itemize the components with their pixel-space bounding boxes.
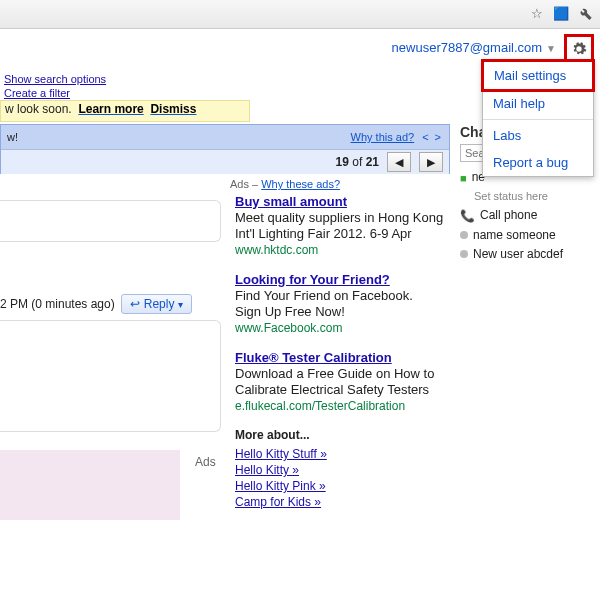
message-header-bar: w! Why this ad? < > 19 of 21 ◀ ▶ bbox=[0, 124, 450, 174]
notice-bar: w look soon. Learn more Dismiss bbox=[0, 100, 250, 122]
ad-title-link[interactable]: Looking for Your Friend? bbox=[235, 272, 390, 287]
browser-toolbar: ☆ 🟦 bbox=[0, 0, 600, 29]
notice-text: w look soon. bbox=[5, 102, 72, 116]
status-dot-icon bbox=[460, 250, 468, 258]
more-about-link[interactable]: Hello Kitty Stuff » bbox=[235, 446, 445, 462]
ad-text: Sign Up Free Now! bbox=[235, 304, 345, 319]
ad-next-icon[interactable]: > bbox=[433, 131, 443, 143]
ads-label: Ads bbox=[195, 455, 216, 469]
reply-box[interactable] bbox=[0, 320, 221, 432]
dismiss-link[interactable]: Dismiss bbox=[150, 102, 196, 116]
bluebar-left-text: w! bbox=[7, 131, 18, 143]
ad-url[interactable]: www.Facebook.com bbox=[235, 321, 342, 335]
why-this-ad-link[interactable]: Why this ad? bbox=[351, 131, 415, 143]
ad-item: Looking for Your Friend? Find Your Frien… bbox=[235, 272, 445, 336]
message-meta-row: 2 PM (0 minutes ago) ↩ Reply ▾ bbox=[0, 294, 192, 314]
chat-contact[interactable]: name someone bbox=[460, 228, 590, 243]
chevron-down-icon: ▼ bbox=[546, 43, 556, 54]
chat-status-text[interactable]: Set status here bbox=[474, 190, 590, 202]
reply-button[interactable]: ↩ Reply ▾ bbox=[121, 294, 193, 314]
ad-title-link[interactable]: Buy small amount bbox=[235, 194, 347, 209]
chat-contact[interactable]: New user abcdef bbox=[460, 247, 590, 262]
reply-arrow-icon: ↩ bbox=[130, 297, 140, 311]
more-about-heading: More about... bbox=[235, 428, 445, 442]
more-about-link[interactable]: Hello Kitty Pink » bbox=[235, 478, 445, 494]
next-message-button[interactable]: ▶ bbox=[419, 152, 443, 172]
ads-header: Ads – Why these ads? bbox=[230, 178, 340, 190]
settings-dropdown: Mail settings Mail help Labs Report a bu… bbox=[482, 60, 594, 177]
ad-text: Int'l Lighting Fair 2012. 6-9 Apr bbox=[235, 226, 412, 241]
menu-separator bbox=[483, 119, 593, 120]
menu-mail-settings[interactable]: Mail settings bbox=[481, 59, 595, 92]
menu-labs[interactable]: Labs bbox=[483, 122, 593, 149]
ad-item: Fluke® Tester Calibration Download a Fre… bbox=[235, 350, 445, 414]
ad-title-link[interactable]: Fluke® Tester Calibration bbox=[235, 350, 392, 365]
ad-prev-icon[interactable]: < bbox=[420, 131, 430, 143]
phone-icon: 📞 bbox=[460, 209, 475, 224]
ad-text: Meet quality suppliers in Hong Kong bbox=[235, 210, 443, 225]
chevron-down-icon: ▾ bbox=[178, 299, 183, 310]
account-email-link[interactable]: newuser7887@gmail.com▼ bbox=[392, 40, 556, 55]
ad-text: Find Your Friend on Facebook. bbox=[235, 288, 413, 303]
message-body-box bbox=[0, 200, 221, 242]
star-icon[interactable]: ☆ bbox=[528, 4, 546, 22]
ad-text: Calibrate Electrical Safety Testers bbox=[235, 382, 429, 397]
wrench-icon[interactable] bbox=[576, 4, 594, 22]
search-options: Show search options Create a filter bbox=[4, 72, 106, 100]
message-timestamp: 2 PM (0 minutes ago) bbox=[0, 297, 115, 311]
more-about-link[interactable]: Camp for Kids » bbox=[235, 494, 445, 510]
ads-column: Buy small amount Meet quality suppliers … bbox=[235, 194, 445, 510]
ad-url[interactable]: www.hktdc.com bbox=[235, 243, 318, 257]
ad-placeholder bbox=[0, 450, 180, 520]
message-counter: 19 of 21 bbox=[336, 155, 379, 169]
skype-icon[interactable]: 🟦 bbox=[552, 4, 570, 22]
more-about-links: Hello Kitty Stuff » Hello Kitty » Hello … bbox=[235, 446, 445, 510]
menu-mail-help[interactable]: Mail help bbox=[483, 90, 593, 117]
prev-message-button[interactable]: ◀ bbox=[387, 152, 411, 172]
ad-url[interactable]: e.flukecal.com/TesterCalibration bbox=[235, 399, 405, 413]
menu-report-bug[interactable]: Report a bug bbox=[483, 149, 593, 176]
status-dot-icon bbox=[460, 231, 468, 239]
why-these-ads-link[interactable]: Why these ads? bbox=[261, 178, 340, 190]
chat-call-phone[interactable]: 📞 Call phone bbox=[460, 208, 590, 224]
camera-icon: ■ bbox=[460, 171, 467, 186]
show-search-options-link[interactable]: Show search options bbox=[4, 73, 106, 85]
create-filter-link[interactable]: Create a filter bbox=[4, 87, 70, 99]
more-about-link[interactable]: Hello Kitty » bbox=[235, 462, 445, 478]
learn-more-link[interactable]: Learn more bbox=[78, 102, 143, 116]
ad-text: Download a Free Guide on How to bbox=[235, 366, 434, 381]
ad-item: Buy small amount Meet quality suppliers … bbox=[235, 194, 445, 258]
